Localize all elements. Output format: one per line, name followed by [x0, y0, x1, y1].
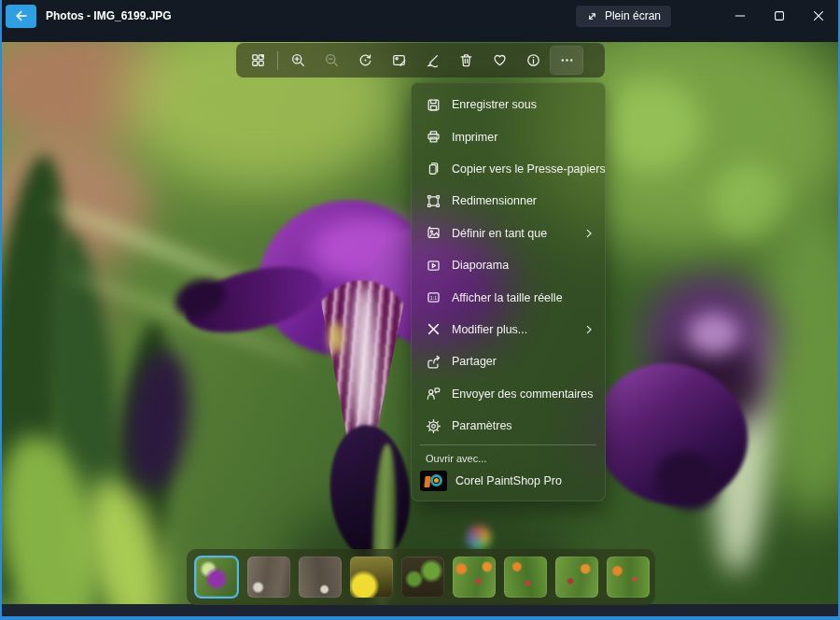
filmstrip-thumbnail[interactable]: [401, 557, 444, 598]
delete-icon: [458, 52, 474, 68]
feedback-icon: [426, 386, 441, 402]
menu-item-label: Redimensionner: [452, 194, 537, 207]
back-button[interactable]: [6, 5, 36, 28]
resize-icon: [426, 193, 441, 209]
menu-item-edit-more[interactable]: Modifier plus...: [412, 314, 605, 345]
photos-app-window: Photos - IMG_6199.JPG Plein écran: [0, 0, 840, 620]
edit-image-icon: [391, 52, 407, 68]
info-icon: [525, 52, 541, 68]
zoom-out-icon: [324, 52, 340, 68]
more-options-menu: Enregistrer sous Imprimer Copier vers le…: [411, 82, 606, 501]
corel-paintshop-pro-icon: [420, 471, 447, 491]
rotate-icon: [357, 52, 373, 68]
filmstrip-thumbnail[interactable]: [350, 557, 393, 598]
filmstrip-thumbnail[interactable]: [607, 557, 650, 598]
rotate-button[interactable]: [348, 46, 382, 75]
draw-button[interactable]: [415, 46, 449, 75]
close-button[interactable]: [799, 4, 838, 29]
save-icon: [426, 97, 441, 113]
maximize-button[interactable]: [760, 4, 799, 29]
menu-item-settings[interactable]: Paramètres: [412, 410, 605, 442]
menu-item-label: Paramètres: [452, 419, 512, 432]
menu-item-label: Imprimer: [452, 131, 497, 144]
filmstrip-thumbnail[interactable]: [299, 557, 342, 598]
title-bar: Photos - IMG_6199.JPG Plein écran: [2, 0, 838, 42]
slideshow-icon: [426, 258, 441, 274]
maximize-icon: [772, 8, 787, 23]
filmstrip-thumbnail[interactable]: [453, 557, 496, 598]
draw-icon: [425, 52, 441, 68]
window-title: Photos - IMG_6199.JPG: [46, 9, 172, 22]
filmstrip: [187, 549, 655, 605]
edit-more-icon: [426, 321, 441, 337]
menu-item-print[interactable]: Imprimer: [412, 120, 605, 152]
filmstrip-thumbnail-selected[interactable]: [194, 556, 239, 599]
fullscreen-button[interactable]: Plein écran: [576, 6, 671, 27]
open-with-label: Ouvrir avec...: [412, 448, 605, 467]
menu-item-label: Envoyer des commentaires: [452, 388, 593, 401]
filmstrip-thumbnail[interactable]: [555, 557, 598, 598]
filmstrip-thumbnail[interactable]: [247, 557, 290, 598]
menu-item-label: Copier vers le Presse-papiers: [452, 162, 605, 176]
menu-separator: [420, 444, 596, 445]
menu-item-actual-size[interactable]: 1:1 Afficher la taille réelle: [412, 281, 605, 313]
clipboard-icon: [426, 161, 441, 176]
fullscreen-icon: [586, 10, 598, 22]
menu-item-send-feedback[interactable]: Envoyer des commentaires: [412, 378, 605, 410]
menu-item-label: Définir en tant que: [452, 227, 547, 240]
menu-item-share[interactable]: Partager: [412, 345, 605, 377]
gallery-icon: [250, 52, 266, 68]
image-toolbar: [236, 43, 605, 78]
menu-item-label: Modifier plus...: [452, 323, 527, 336]
minimize-button[interactable]: [721, 4, 760, 29]
menu-item-set-as[interactable]: Définir en tant que: [412, 218, 605, 249]
menu-item-slideshow[interactable]: Diaporama: [412, 249, 605, 281]
back-icon: [14, 8, 29, 23]
chevron-right-icon: [582, 323, 595, 336]
info-button[interactable]: [516, 46, 550, 75]
zoom-in-icon: [290, 52, 306, 68]
share-icon: [426, 354, 441, 370]
window-bottom-bar: [2, 604, 838, 616]
filmstrip-thumbnail[interactable]: [504, 557, 547, 598]
open-with-app-label: Corel PaintShop Pro: [455, 474, 562, 487]
minimize-icon: [733, 8, 748, 23]
menu-item-save-as[interactable]: Enregistrer sous: [412, 89, 605, 120]
more-button[interactable]: [550, 46, 583, 75]
menu-item-label: Afficher la taille réelle: [452, 291, 563, 304]
edit-image-button[interactable]: [382, 46, 415, 75]
set-as-icon: [426, 225, 441, 241]
menu-item-label: Enregistrer sous: [452, 98, 537, 111]
favorite-icon: [492, 52, 508, 68]
actual-size-icon: 1:1: [426, 289, 441, 305]
toolbar-separator: [277, 51, 278, 70]
svg-text:1:1: 1:1: [430, 295, 437, 301]
printer-icon: [426, 129, 441, 145]
close-icon: [811, 8, 826, 23]
menu-item-copy-to-clipboard[interactable]: Copier vers le Presse-papiers: [412, 153, 605, 185]
settings-icon: [426, 418, 441, 434]
more-icon: [559, 52, 575, 68]
gallery-button[interactable]: [241, 46, 274, 75]
menu-item-label: Partager: [452, 355, 497, 368]
zoom-in-button[interactable]: [281, 46, 315, 75]
menu-item-open-with-corel[interactable]: Corel PaintShop Pro: [412, 467, 605, 495]
menu-item-resize[interactable]: Redimensionner: [412, 185, 605, 217]
chevron-right-icon: [582, 227, 595, 240]
zoom-out-button[interactable]: [315, 46, 348, 75]
fullscreen-label: Plein écran: [605, 9, 661, 22]
menu-item-label: Diaporama: [452, 259, 509, 272]
favorite-button[interactable]: [483, 46, 516, 75]
delete-button[interactable]: [449, 46, 483, 75]
